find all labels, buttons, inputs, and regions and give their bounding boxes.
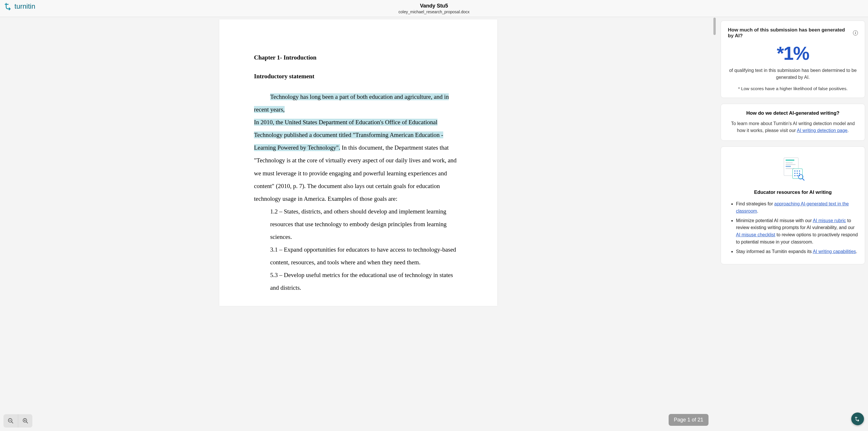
ai-score-title-row: How much of this submission has been gen… [728, 27, 858, 39]
resources-list: Find strategies for approaching AI-gener… [728, 201, 858, 255]
page-indicator: Page 1 of 21 [669, 414, 709, 426]
res-text: Find strategies for [736, 201, 774, 206]
svg-point-14 [794, 171, 796, 172]
svg-line-1 [11, 422, 13, 424]
ai-score-note: * Low scores have a higher likelihood of… [728, 86, 858, 91]
svg-point-15 [797, 171, 798, 172]
res-text: . [856, 249, 857, 254]
zoom-out-button[interactable] [3, 414, 18, 428]
document-page: Chapter 1- Introduction Introductory sta… [219, 19, 497, 306]
goal-item: 1.2 – States, districts, and others shou… [270, 205, 463, 243]
svg-point-16 [799, 171, 800, 172]
svg-line-24 [802, 179, 804, 180]
goal-item: 5.3 – Develop useful metrics for the edu… [270, 269, 463, 294]
resources-item: Find strategies for approaching AI-gener… [736, 201, 858, 215]
svg-line-4 [26, 422, 28, 424]
ai-score-title: How much of this submission has been gen… [728, 27, 851, 39]
res-link-checklist[interactable]: AI misuse checklist [736, 232, 775, 237]
svg-rect-10 [786, 164, 796, 165]
turnitin-fab-icon [855, 416, 861, 422]
body-paragraph: Technology has long been a part of both … [254, 90, 463, 205]
brand-logo: turnitin [5, 2, 35, 10]
svg-rect-8 [786, 159, 794, 161]
svg-point-18 [797, 173, 798, 174]
svg-rect-11 [786, 166, 791, 167]
ai-percent: *1% [728, 43, 858, 64]
document-scroll[interactable]: Chapter 1- Introduction Introductory sta… [0, 17, 717, 431]
res-text: Stay informed as Turnitin expands its [736, 249, 813, 254]
document-column: Chapter 1- Introduction Introductory sta… [0, 17, 717, 431]
body-area: Chapter 1- Introduction Introductory sta… [0, 17, 868, 431]
brand-text: turnitin [14, 2, 35, 10]
detection-info-card: How do we detect AI-generated writing? T… [721, 104, 865, 141]
ai-score-subtext: of qualifying text in this submission ha… [728, 67, 858, 81]
res-text: . [757, 209, 758, 213]
detection-text: To learn more about Turnitin's AI writin… [728, 120, 858, 134]
scrollbar-thumb[interactable] [713, 18, 716, 35]
svg-rect-9 [786, 162, 793, 163]
sidebar[interactable]: How much of this submission has been gen… [717, 17, 868, 431]
svg-point-21 [797, 175, 798, 176]
header-center: Vandy Stu5 coley_michael_research_propos… [399, 3, 469, 14]
intro-heading: Introductory statement [254, 73, 463, 80]
body-text: In this document, the Department states … [254, 144, 457, 202]
resources-card: Educator resources for AI writing Find s… [721, 147, 865, 264]
filename: coley_michael_research_proposal.docx [399, 9, 469, 14]
highlighted-text[interactable]: Technology has long been a part of both … [254, 93, 449, 113]
svg-point-20 [794, 175, 796, 176]
svg-point-19 [799, 173, 800, 174]
info-icon[interactable]: i [853, 30, 858, 35]
res-link-rubric[interactable]: AI misuse rubric [813, 218, 846, 223]
svg-point-17 [794, 173, 796, 174]
zoom-in-button[interactable] [18, 414, 32, 428]
goal-item: 3.1 – Expand opportunities for educators… [270, 243, 463, 269]
vertical-scrollbar[interactable] [713, 17, 717, 431]
res-text: Minimize potential AI misuse with our [736, 218, 813, 223]
detection-link[interactable]: AI writing detection page [797, 128, 847, 133]
resources-title: Educator resources for AI writing [728, 189, 858, 195]
student-name: Vandy Stu5 [399, 3, 469, 9]
zoom-out-icon [7, 418, 14, 424]
help-fab[interactable] [851, 412, 864, 425]
res-link-capabilities[interactable]: AI writing capabilities [813, 249, 856, 254]
zoom-in-icon [22, 418, 29, 424]
chapter-heading: Chapter 1- Introduction [254, 54, 463, 61]
detection-title: How do we detect AI-generated writing? [728, 110, 858, 116]
goal-list: 1.2 – States, districts, and others shou… [270, 205, 463, 295]
detection-text-after: . [847, 128, 849, 133]
resources-item: Stay informed as Turnitin expands its AI… [736, 248, 858, 255]
turnitin-logo-icon [5, 2, 13, 10]
zoom-controls [3, 414, 32, 428]
resources-item: Minimize potential AI misuse with our AI… [736, 217, 858, 246]
resources-illustration [728, 156, 858, 182]
ai-score-card: How much of this submission has been gen… [721, 21, 865, 98]
app-header: turnitin Vandy Stu5 coley_michael_resear… [0, 0, 868, 17]
document-scan-icon [780, 156, 806, 182]
